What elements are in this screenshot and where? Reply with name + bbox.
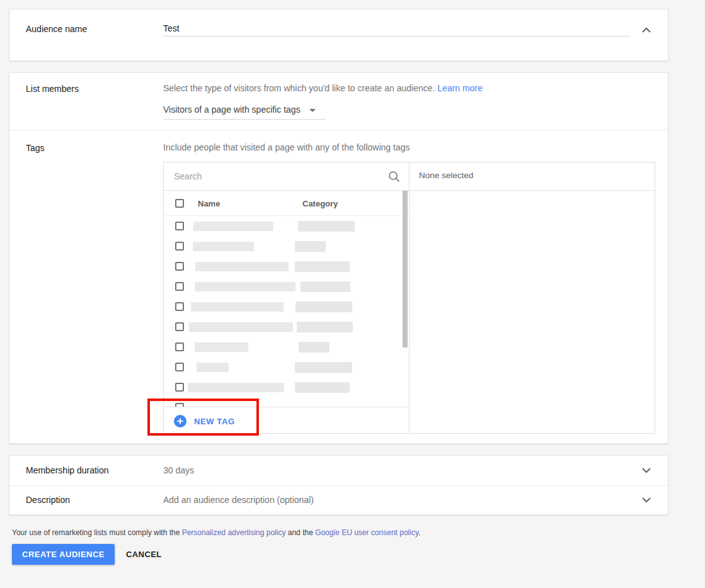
- audience-name-card: Audience name: [9, 9, 668, 61]
- tag-row[interactable]: [164, 377, 409, 397]
- tag-list-rows: [164, 216, 409, 407]
- membership-duration-row[interactable]: Membership duration 30 days: [9, 456, 668, 485]
- tag-row-checkbox[interactable]: [175, 282, 184, 291]
- tag-category-redacted-bar: [295, 362, 352, 373]
- tag-row-checkbox[interactable]: [175, 242, 184, 251]
- tag-name-redacted-bar: [195, 342, 248, 352]
- tag-name-redacted-bar: [193, 222, 273, 231]
- membership-duration-value: 30 days: [163, 465, 194, 475]
- list-members-tags-card: List members Select the type of visitors…: [9, 72, 668, 444]
- create-audience-button[interactable]: CREATE AUDIENCE: [12, 544, 115, 565]
- tag-row[interactable]: [164, 357, 409, 377]
- disclaimer-prefix: Your use of remarketing lists must compl…: [12, 528, 182, 537]
- audience-name-underline: [163, 36, 629, 37]
- membership-duration-label: Membership duration: [26, 465, 109, 475]
- disclaimer-suffix: .: [418, 528, 420, 537]
- audience-name-label: Audience name: [26, 24, 87, 34]
- description-placeholder: Add an audience description (optional): [163, 495, 314, 505]
- membership-description-card: Membership duration 30 days Description …: [9, 455, 668, 515]
- tags-search-row: [164, 162, 409, 191]
- cancel-button[interactable]: CANCEL: [126, 550, 162, 559]
- tag-category-redacted-bar: [295, 382, 350, 393]
- tag-row[interactable]: [164, 297, 409, 317]
- tag-row[interactable]: [164, 276, 409, 297]
- tag-list-scrollbar[interactable]: [403, 191, 408, 348]
- tag-category-redacted-bar: [295, 241, 326, 252]
- dropdown-arrow-icon: [309, 109, 316, 112]
- tags-selected-panel: None selected: [410, 162, 655, 433]
- section-divider: [9, 130, 668, 130]
- tags-description: Include people that visited a page with …: [163, 142, 410, 152]
- tag-row-checkbox[interactable]: [175, 222, 184, 230]
- tag-category-redacted-bar: [297, 322, 353, 332]
- tag-row-checkbox[interactable]: [175, 363, 184, 371]
- tag-row[interactable]: [164, 236, 409, 256]
- tags-label: Tags: [26, 143, 45, 153]
- visitor-type-selected-value: Visitors of a page with specific tags: [163, 105, 301, 115]
- selected-panel-header: None selected: [410, 162, 655, 191]
- tag-row-checkbox[interactable]: [175, 302, 184, 311]
- tag-category-redacted-bar: [299, 342, 330, 353]
- search-icon[interactable]: [388, 171, 400, 183]
- audience-name-input[interactable]: [163, 21, 629, 36]
- tag-row-checkbox[interactable]: [175, 383, 184, 392]
- description-label: Description: [26, 495, 70, 505]
- tag-category-redacted-bar: [298, 221, 355, 232]
- tag-category-redacted-bar: [295, 302, 352, 312]
- tags-picker: Name Category NEW TAG: [163, 162, 655, 434]
- tag-name-redacted-bar: [193, 242, 254, 251]
- tag-row[interactable]: [164, 256, 409, 276]
- tag-row-checkbox[interactable]: [175, 342, 184, 351]
- new-tag-button[interactable]: NEW TAG: [170, 411, 239, 431]
- list-members-label: List members: [26, 84, 79, 94]
- list-members-description-text: Select the type of visitors from which y…: [163, 83, 435, 93]
- eu-consent-policy-link[interactable]: Google EU user consent policy: [315, 528, 418, 537]
- description-chevron-down-icon[interactable]: [642, 497, 651, 503]
- select-all-checkbox[interactable]: [175, 199, 184, 208]
- tag-name-redacted-bar: [188, 383, 284, 392]
- tag-name-redacted-bar: [191, 302, 284, 312]
- policy-disclaimer: Your use of remarketing lists must compl…: [12, 528, 420, 537]
- tag-name-redacted-bar: [197, 363, 229, 372]
- tags-table-header: Name Category: [164, 191, 409, 216]
- visitor-type-dropdown[interactable]: Visitors of a page with specific tags: [163, 105, 316, 115]
- action-bar: CREATE AUDIENCE CANCEL: [12, 544, 162, 565]
- create-audience-screen: Audience name List members Select the ty…: [0, 0, 705, 588]
- personalized-advertising-policy-link[interactable]: Personalized advertising policy: [182, 528, 286, 537]
- column-header-category: Category: [302, 199, 338, 208]
- disclaimer-middle: and the: [285, 528, 315, 537]
- new-tag-button-label: NEW TAG: [194, 417, 235, 426]
- tags-search-input[interactable]: [174, 170, 382, 183]
- none-selected-text: None selected: [419, 171, 473, 180]
- tag-row[interactable]: [164, 216, 409, 236]
- description-row[interactable]: Description Add an audience description …: [9, 485, 668, 515]
- membership-chevron-down-icon[interactable]: [642, 468, 651, 473]
- learn-more-link[interactable]: Learn more: [437, 83, 483, 93]
- tag-row[interactable]: [164, 397, 409, 407]
- column-header-name: Name: [198, 199, 220, 208]
- tag-name-redacted-bar: [195, 262, 289, 271]
- collapse-chevron-up-icon[interactable]: [642, 27, 651, 33]
- tags-available-panel: Name Category NEW TAG: [164, 162, 410, 433]
- tag-name-redacted-bar: [189, 322, 293, 332]
- new-tag-row: NEW TAG: [164, 407, 409, 434]
- tag-row[interactable]: [164, 317, 409, 337]
- tag-row[interactable]: [164, 337, 409, 357]
- tag-name-redacted-bar: [195, 282, 295, 291]
- plus-icon: [174, 415, 186, 427]
- list-members-description: Select the type of visitors from which y…: [163, 83, 483, 93]
- tag-category-redacted-bar: [295, 261, 350, 272]
- tag-category-redacted-bar: [301, 281, 350, 292]
- tag-row-checkbox[interactable]: [175, 262, 184, 271]
- tag-row-checkbox[interactable]: [175, 322, 184, 331]
- visitor-type-underline: [163, 119, 326, 120]
